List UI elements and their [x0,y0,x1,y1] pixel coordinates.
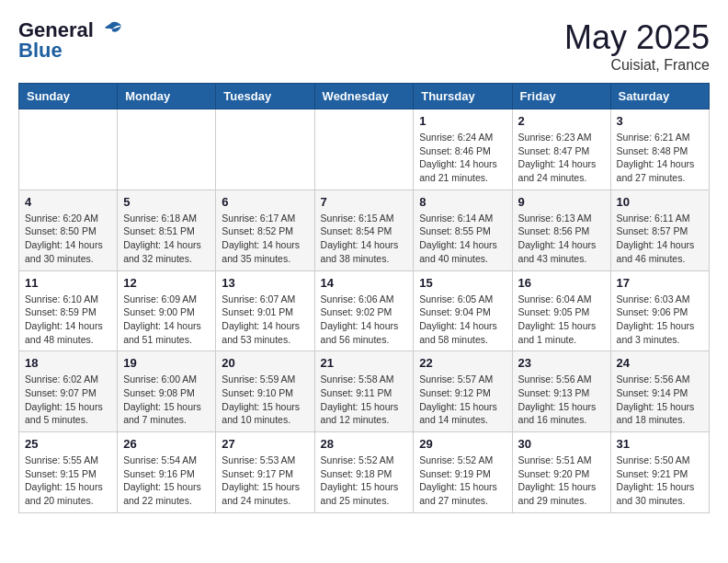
calendar-day-cell: 8Sunrise: 6:14 AMSunset: 8:55 PMDaylight… [414,190,512,270]
calendar-day-cell: 18Sunrise: 6:02 AMSunset: 9:07 PMDayligh… [19,351,118,432]
day-number: 3 [617,114,703,128]
calendar-day-cell: 20Sunrise: 5:59 AMSunset: 9:10 PMDayligh… [216,351,314,432]
weekday-header-sunday: Sunday [19,84,118,109]
calendar-day-cell: 17Sunrise: 6:03 AMSunset: 9:06 PMDayligh… [610,270,709,351]
day-number: 28 [321,437,408,451]
day-number: 1 [419,114,506,128]
weekday-header-friday: Friday [512,84,610,109]
day-info: Sunrise: 5:57 AMSunset: 9:12 PMDaylight:… [419,373,506,427]
calendar-day-cell: 5Sunrise: 6:18 AMSunset: 8:51 PMDaylight… [118,190,216,270]
day-number: 24 [617,356,703,370]
day-info: Sunrise: 5:54 AMSunset: 9:16 PMDaylight:… [123,454,210,508]
calendar-day-cell: 31Sunrise: 5:50 AMSunset: 9:21 PMDayligh… [610,432,709,513]
calendar-day-cell: 15Sunrise: 6:05 AMSunset: 9:04 PMDayligh… [414,270,512,351]
day-info: Sunrise: 6:09 AMSunset: 9:00 PMDaylight:… [123,293,210,347]
day-info: Sunrise: 5:56 AMSunset: 9:13 PMDaylight:… [518,373,605,427]
calendar-day-cell: 2Sunrise: 6:23 AMSunset: 8:47 PMDaylight… [512,109,610,190]
calendar-day-cell: 7Sunrise: 6:15 AMSunset: 8:54 PMDaylight… [314,190,414,270]
day-info: Sunrise: 6:21 AMSunset: 8:48 PMDaylight:… [617,131,703,185]
day-info: Sunrise: 5:52 AMSunset: 9:18 PMDaylight:… [321,454,408,508]
page-header: General Blue May 2025 Cuisiat, France [18,18,710,74]
day-info: Sunrise: 6:18 AMSunset: 8:51 PMDaylight:… [123,212,210,266]
calendar-day-cell: 4Sunrise: 6:20 AMSunset: 8:50 PMDaylight… [19,190,118,270]
day-number: 6 [222,195,308,209]
day-info: Sunrise: 6:15 AMSunset: 8:54 PMDaylight:… [321,212,408,266]
day-number: 22 [419,356,506,370]
calendar-day-cell: 29Sunrise: 5:52 AMSunset: 9:19 PMDayligh… [414,432,512,513]
day-info: Sunrise: 6:04 AMSunset: 9:05 PMDaylight:… [518,293,605,347]
day-info: Sunrise: 6:03 AMSunset: 9:06 PMDaylight:… [617,293,703,347]
day-number: 16 [518,276,605,290]
day-number: 20 [222,356,308,370]
calendar-week-row: 25Sunrise: 5:55 AMSunset: 9:15 PMDayligh… [19,432,710,513]
calendar-day-cell: 28Sunrise: 5:52 AMSunset: 9:18 PMDayligh… [314,432,414,513]
logo: General Blue [18,18,123,63]
calendar-week-row: 1Sunrise: 6:24 AMSunset: 8:46 PMDaylight… [19,109,710,190]
day-info: Sunrise: 6:07 AMSunset: 9:01 PMDaylight:… [222,293,308,347]
empty-cell [118,109,216,190]
day-number: 2 [518,114,605,128]
weekday-header-tuesday: Tuesday [216,84,314,109]
day-info: Sunrise: 5:55 AMSunset: 9:15 PMDaylight:… [25,454,111,508]
day-number: 21 [321,356,408,370]
day-info: Sunrise: 6:14 AMSunset: 8:55 PMDaylight:… [419,212,506,266]
calendar-day-cell: 24Sunrise: 5:56 AMSunset: 9:14 PMDayligh… [610,351,709,432]
calendar-day-cell: 3Sunrise: 6:21 AMSunset: 8:48 PMDaylight… [610,109,709,190]
day-info: Sunrise: 6:05 AMSunset: 9:04 PMDaylight:… [419,293,506,347]
logo-bird-icon [97,20,123,40]
day-info: Sunrise: 5:52 AMSunset: 9:19 PMDaylight:… [419,454,506,508]
day-number: 10 [617,195,703,209]
calendar-week-row: 4Sunrise: 6:20 AMSunset: 8:50 PMDaylight… [19,190,710,270]
day-info: Sunrise: 6:11 AMSunset: 8:57 PMDaylight:… [617,212,703,266]
calendar-day-cell: 1Sunrise: 6:24 AMSunset: 8:46 PMDaylight… [414,109,512,190]
day-number: 7 [321,195,408,209]
day-number: 14 [321,276,408,290]
calendar-week-row: 18Sunrise: 6:02 AMSunset: 9:07 PMDayligh… [19,351,710,432]
day-info: Sunrise: 5:53 AMSunset: 9:17 PMDaylight:… [222,454,308,508]
day-info: Sunrise: 5:56 AMSunset: 9:14 PMDaylight:… [617,373,703,427]
weekday-header-row: SundayMondayTuesdayWednesdayThursdayFrid… [19,84,710,109]
weekday-header-thursday: Thursday [414,84,512,109]
day-info: Sunrise: 6:20 AMSunset: 8:50 PMDaylight:… [25,212,111,266]
logo-blue-text: Blue [18,39,63,63]
day-number: 27 [222,437,308,451]
title-block: May 2025 Cuisiat, France [564,18,710,74]
weekday-header-wednesday: Wednesday [314,84,414,109]
day-info: Sunrise: 5:50 AMSunset: 9:21 PMDaylight:… [617,454,703,508]
day-number: 12 [123,276,210,290]
calendar-table: SundayMondayTuesdayWednesdayThursdayFrid… [18,83,710,513]
calendar-day-cell: 11Sunrise: 6:10 AMSunset: 8:59 PMDayligh… [19,270,118,351]
calendar-day-cell: 12Sunrise: 6:09 AMSunset: 9:00 PMDayligh… [118,270,216,351]
day-number: 17 [617,276,703,290]
month-year-title: May 2025 [564,18,710,57]
day-number: 30 [518,437,605,451]
calendar-day-cell: 26Sunrise: 5:54 AMSunset: 9:16 PMDayligh… [118,432,216,513]
day-number: 19 [123,356,210,370]
day-number: 18 [25,356,111,370]
day-number: 5 [123,195,210,209]
day-info: Sunrise: 6:10 AMSunset: 8:59 PMDaylight:… [25,293,111,347]
weekday-header-monday: Monday [118,84,216,109]
calendar-day-cell: 6Sunrise: 6:17 AMSunset: 8:52 PMDaylight… [216,190,314,270]
calendar-day-cell: 23Sunrise: 5:56 AMSunset: 9:13 PMDayligh… [512,351,610,432]
location-subtitle: Cuisiat, France [564,57,710,74]
day-number: 31 [617,437,703,451]
weekday-header-saturday: Saturday [610,84,709,109]
day-number: 9 [518,195,605,209]
calendar-day-cell: 25Sunrise: 5:55 AMSunset: 9:15 PMDayligh… [19,432,118,513]
day-number: 8 [419,195,506,209]
calendar-day-cell: 19Sunrise: 6:00 AMSunset: 9:08 PMDayligh… [118,351,216,432]
calendar-day-cell: 16Sunrise: 6:04 AMSunset: 9:05 PMDayligh… [512,270,610,351]
calendar-day-cell: 9Sunrise: 6:13 AMSunset: 8:56 PMDaylight… [512,190,610,270]
day-info: Sunrise: 5:51 AMSunset: 9:20 PMDaylight:… [518,454,605,508]
day-number: 15 [419,276,506,290]
day-info: Sunrise: 6:13 AMSunset: 8:56 PMDaylight:… [518,212,605,266]
day-info: Sunrise: 5:59 AMSunset: 9:10 PMDaylight:… [222,373,308,427]
calendar-day-cell: 10Sunrise: 6:11 AMSunset: 8:57 PMDayligh… [610,190,709,270]
day-number: 13 [222,276,308,290]
calendar-day-cell: 14Sunrise: 6:06 AMSunset: 9:02 PMDayligh… [314,270,414,351]
day-info: Sunrise: 6:06 AMSunset: 9:02 PMDaylight:… [321,293,408,347]
calendar-day-cell: 30Sunrise: 5:51 AMSunset: 9:20 PMDayligh… [512,432,610,513]
day-info: Sunrise: 6:02 AMSunset: 9:07 PMDaylight:… [25,373,111,427]
empty-cell [216,109,314,190]
